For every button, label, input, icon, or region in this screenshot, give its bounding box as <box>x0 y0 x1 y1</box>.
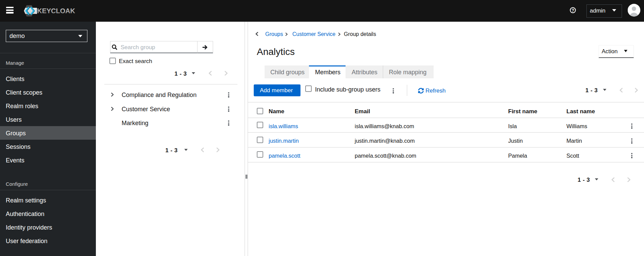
svg-text:?: ? <box>572 8 574 13</box>
svg-text:KEYCLOAK: KEYCLOAK <box>37 7 76 15</box>
